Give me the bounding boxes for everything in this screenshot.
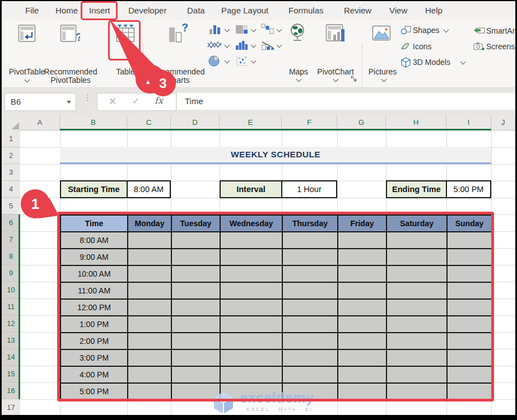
- row-header-10[interactable]: 10: [2, 282, 20, 298]
- ending-time-label: Ending Time: [387, 181, 447, 197]
- step-3-badge: 3: [132, 53, 179, 98]
- row-header-5[interactable]: 5: [2, 198, 20, 214]
- row-header-7[interactable]: 7: [2, 231, 20, 248]
- row-header-14[interactable]: 14: [2, 349, 20, 366]
- frame-left: [0, 0, 2, 420]
- selected-range-highlight-box: [57, 212, 494, 402]
- row-header-1[interactable]: 1: [2, 130, 20, 147]
- svg-text:3: 3: [159, 76, 166, 91]
- row-header-16[interactable]: 16: [2, 382, 20, 399]
- starting-time-value[interactable]: 8:00 AM: [128, 181, 170, 197]
- interval-label: Interval: [221, 181, 282, 197]
- row-header-3[interactable]: 3: [2, 164, 20, 181]
- selected-rows-indicator: [18, 214, 20, 399]
- interval-value[interactable]: 1 Hour: [282, 181, 336, 197]
- ending-time-box[interactable]: Ending Time 5:00 PM: [386, 180, 491, 198]
- svg-text:1: 1: [31, 195, 39, 212]
- worksheet-title-cell[interactable]: WEEKLY SCHEDULE: [60, 147, 491, 164]
- row-header-8[interactable]: 8: [2, 248, 20, 265]
- starting-time-box[interactable]: Starting Time 8:00 AM: [60, 180, 171, 198]
- row-header-4[interactable]: 4: [2, 181, 20, 198]
- watermark-tagline: EXCEL · DATA · BI: [246, 407, 313, 412]
- row-header-2[interactable]: 2: [2, 147, 20, 164]
- frame-bottom: [0, 415, 517, 420]
- interval-box[interactable]: Interval 1 Hour: [220, 180, 337, 198]
- row-header-15[interactable]: 15: [2, 366, 20, 382]
- row-header-13[interactable]: 13: [2, 332, 20, 349]
- row-header-17[interactable]: 17: [2, 399, 20, 416]
- row-header-9[interactable]: 9: [2, 265, 20, 282]
- frame-top: [0, 0, 517, 1]
- ending-time-value[interactable]: 5:00 PM: [447, 181, 490, 197]
- step-1-badge: 1: [20, 188, 65, 223]
- selected-columns-indicator: [60, 129, 491, 130]
- excel-window: File Home Insert Developer Data Page Lay…: [0, 0, 517, 420]
- row-header-11[interactable]: 11: [2, 298, 20, 315]
- starting-time-label: Starting Time: [61, 181, 128, 197]
- row-header-12[interactable]: 12: [2, 315, 20, 332]
- row-header-6[interactable]: 6: [2, 214, 20, 231]
